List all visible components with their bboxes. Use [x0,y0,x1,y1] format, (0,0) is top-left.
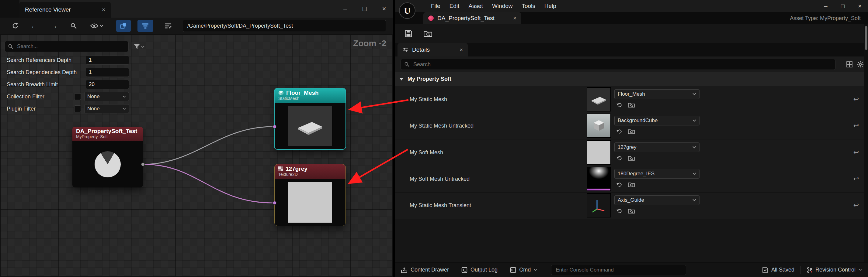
asset-editor-window: U File Edit Asset Window Tools Help – □ … [395,0,868,277]
search-icon [404,62,410,67]
filters-edit-button[interactable] [161,20,175,32]
browse-to-asset-button[interactable] [627,207,636,215]
background-cube-thumbnail[interactable] [587,114,611,138]
node-floor-mesh[interactable]: Floor_Mesh StaticMesh [275,89,345,149]
menu-tools[interactable]: Tools [517,0,539,12]
asset-picker-dropdown[interactable]: BackgroundCube [614,116,700,126]
asset-picker-dropdown[interactable]: 180Degree_IES [614,169,700,179]
close-tab-icon[interactable]: × [513,15,517,22]
property-row-my-static-mesh-transient: My Static Mesh Transient Axis_Guide ↩ [395,192,868,219]
refresh-button[interactable] [9,20,21,32]
collection-filter-dropdown[interactable]: None [84,92,129,101]
close-button[interactable]: × [854,0,866,12]
browse-to-asset-button[interactable] [627,154,636,163]
browse-to-asset-button[interactable] [627,127,636,136]
node-da-propertysoft-test[interactable]: DA_PropertySoft_Test MyProperty_Soft [72,127,143,187]
maximize-button[interactable]: □ [837,0,848,12]
plugin-filter-dropdown[interactable]: None [84,104,129,113]
details-search-input[interactable] [413,61,832,68]
output-log-button[interactable]: Output Log [455,263,504,277]
input-pin[interactable] [273,125,276,129]
use-selected-asset-button[interactable] [615,127,623,136]
browse-to-asset-button[interactable] [627,180,636,189]
menu-window[interactable]: Window [488,0,517,12]
asset-picker-dropdown[interactable]: Axis_Guide [614,195,700,205]
category-my-property-soft[interactable]: My Property Soft [395,72,868,86]
minimize-button[interactable]: – [820,0,832,12]
menu-edit[interactable]: Edit [445,0,464,12]
menu-help[interactable]: Help [540,0,561,12]
all-saved-indicator[interactable]: All Saved [756,263,801,277]
floor-plane-icon [588,91,610,107]
back-button[interactable]: ← [28,20,40,32]
reset-to-default-button[interactable]: ↩ [851,121,861,130]
save-icon [404,30,412,38]
reference-viewer-tab[interactable]: Reference Viewer × [20,2,111,18]
graph-search-input[interactable] [17,43,125,50]
reference-graph-canvas[interactable]: Zoom -2 Search Referencers Depth Search … [0,34,393,277]
maximize-button[interactable]: □ [359,3,370,14]
graph-filter-button[interactable] [134,42,148,51]
use-selected-asset-button[interactable] [615,207,623,215]
node-127grey[interactable]: 127grey Texture2D [275,164,345,226]
reset-to-default-button[interactable]: ↩ [851,95,861,104]
menu-asset[interactable]: Asset [464,0,488,12]
filter-toggle[interactable] [137,20,153,32]
selected-asset: 180Degree_IES [618,171,654,177]
use-selected-asset-button[interactable] [615,101,623,109]
scrollbar-thumb[interactable] [865,26,867,50]
output-pin[interactable] [141,163,145,166]
reference-viewer-titlebar[interactable]: Reference Viewer × – □ × [0,0,393,18]
console-command-box[interactable] [551,265,686,275]
details-scrollbar[interactable] [864,24,868,262]
close-button[interactable]: × [378,3,390,14]
console-command-input[interactable] [555,267,682,273]
close-tab-icon[interactable]: × [460,46,463,53]
plugin-filter-checkbox[interactable] [74,105,81,112]
reset-to-default-button[interactable]: ↩ [851,174,861,183]
property-label: My Soft Mesh Untracked [410,166,470,192]
property-label: My Static Mesh Transient [410,192,471,219]
visibility-dropdown[interactable] [88,20,106,32]
asset-picker-dropdown[interactable]: 127grey [614,142,700,152]
forward-button[interactable]: → [48,20,60,32]
find-path-button[interactable] [67,20,80,32]
node-header: DA_PropertySoft_Test MyProperty_Soft [72,127,143,141]
browse-to-asset-button[interactable] [422,28,434,40]
close-tab-icon[interactable]: × [102,6,105,13]
property-row-my-soft-mesh: My Soft Mesh 127grey ↩ [395,139,868,166]
content-drawer-button[interactable]: Content Drawer [395,263,455,277]
details-tab[interactable]: Details × [398,43,468,57]
graph-search-box[interactable] [5,41,129,52]
ies-profile-thumbnail[interactable] [587,167,611,191]
minimize-button[interactable]: – [339,3,351,14]
dependencies-depth-input[interactable] [86,68,129,77]
referencers-depth-input[interactable] [86,56,129,65]
chevron-down-icon [534,269,537,271]
grey-texture-thumbnail[interactable] [587,140,611,165]
cube-icon [590,117,607,134]
property-row-my-static-mesh: My Static Mesh Floor_Mesh ↩ [395,86,868,113]
breadth-limit-input[interactable] [86,80,129,89]
collection-filter-checkbox[interactable] [74,93,81,100]
settings-button[interactable] [856,60,865,69]
reset-to-default-button[interactable]: ↩ [851,148,861,157]
reset-icon: ↩ [854,148,859,157]
asset-picker-dropdown[interactable]: Floor_Mesh [614,89,700,99]
use-selected-asset-button[interactable] [615,154,623,163]
input-pin[interactable] [273,201,276,205]
menu-file[interactable]: File [426,0,445,12]
browse-to-asset-button[interactable] [627,101,636,109]
details-search-box[interactable] [400,59,836,70]
cmd-dropdown[interactable]: Cmd [504,263,543,277]
reset-to-default-button[interactable]: ↩ [851,201,861,210]
floor-mesh-thumbnail[interactable] [587,87,611,111]
use-selected-asset-button[interactable] [615,180,623,189]
revision-control-dropdown[interactable]: Revision Control [801,263,868,277]
duplicates-toggle[interactable] [116,20,131,32]
display-options-button[interactable] [845,60,854,69]
save-button[interactable] [402,28,415,40]
asset-document-tab[interactable]: DA_PropertySoft_Test × [423,12,521,24]
asset-path-field[interactable]: /Game/Property/Soft/DA_PropertySoft_Test [183,20,386,32]
axis-guide-thumbnail[interactable] [587,193,611,217]
